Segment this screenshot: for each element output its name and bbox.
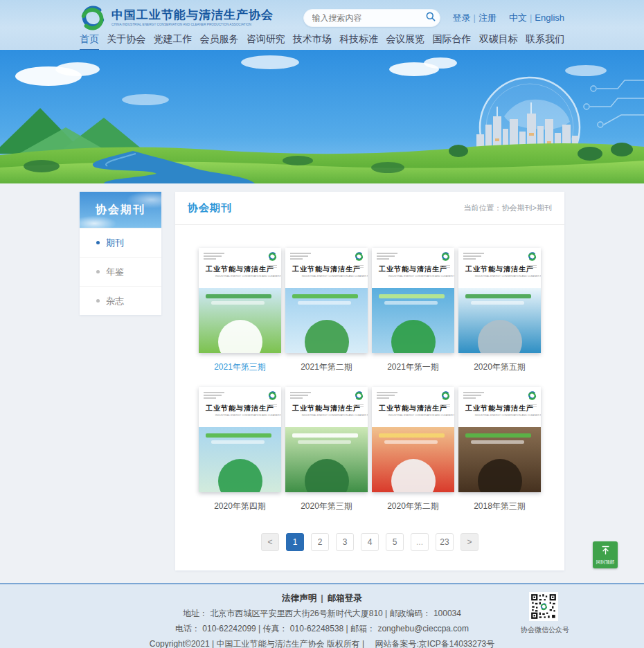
cover-banner-bar xyxy=(379,294,445,298)
nav-item-dual-carbon[interactable]: 双碳目标 xyxy=(479,33,518,51)
nav-item-contact[interactable]: 联系我们 xyxy=(526,33,564,51)
pagination-prev[interactable]: < xyxy=(261,533,279,551)
pagination-page-5[interactable]: 5 xyxy=(386,533,404,551)
arrow-up-icon xyxy=(600,545,611,558)
cover-banner-bar xyxy=(292,433,358,438)
search-button[interactable] xyxy=(422,9,440,27)
journal-cover-card[interactable]: 工业节能与清洁生产 INDUSTRIAL ENERGY CONSERVATION… xyxy=(372,387,454,492)
bullet-dot-icon xyxy=(96,270,100,273)
cover-banner-bar xyxy=(471,440,524,444)
association-logo-icon xyxy=(80,5,106,31)
pagination-page-2[interactable]: 2 xyxy=(311,533,329,551)
cover-accent-shape xyxy=(305,459,349,492)
back-to-top-button[interactable]: 回到顶部 xyxy=(593,541,618,568)
footer-link-mail-login[interactable]: 邮箱登录 xyxy=(328,593,362,603)
separator: | xyxy=(530,12,532,23)
pagination: < 1 2 3 4 5 ... 23 > xyxy=(175,512,564,570)
journal-item: 工业节能与清洁生产 INDUSTRIAL ENERGY CONSERVATION… xyxy=(285,248,368,373)
journal-cover-caption[interactable]: 2021年第一期 xyxy=(372,361,454,373)
site-footer: 法律声明|邮箱登录 地址： 北京市西城区平安里西大街26号新时代大厦810 | … xyxy=(0,583,644,648)
cover-logo-icon xyxy=(267,251,277,268)
nav-item-home[interactable]: 首页 xyxy=(80,33,99,51)
back-to-top-label: 回到顶部 xyxy=(596,559,615,566)
register-link[interactable]: 注册 xyxy=(478,12,497,23)
journal-item: 工业节能与清洁生产 INDUSTRIAL ENERGY CONSERVATION… xyxy=(372,248,454,373)
login-link[interactable]: 登录 xyxy=(453,12,471,23)
sidebar-item-label: 杂志 xyxy=(106,295,124,307)
journal-cover-caption[interactable]: 2020年第三期 xyxy=(285,501,368,512)
cover-accent-shape xyxy=(391,459,436,492)
journal-cover-caption[interactable]: 2020年第五期 xyxy=(458,361,541,373)
pagination-page-23[interactable]: 23 xyxy=(436,533,454,551)
pagination-page-4[interactable]: 4 xyxy=(361,533,379,551)
cover-meta-lines xyxy=(377,392,397,400)
cover-banner-bar xyxy=(211,301,265,305)
cover-meta-lines xyxy=(204,253,224,261)
journal-cover-card[interactable]: 工业节能与清洁生产 INDUSTRIAL ENERGY CONSERVATION… xyxy=(458,248,541,353)
nav-item-membership[interactable]: 会员服务 xyxy=(200,33,239,51)
sidebar-item-magazine[interactable]: 杂志 xyxy=(80,286,161,315)
journal-cover-caption[interactable]: 2020年第二期 xyxy=(372,501,454,512)
lang-en-link[interactable]: English xyxy=(535,12,564,23)
cover-illustration xyxy=(199,288,281,353)
cover-subtitle: INDUSTRIAL ENERGY CONSERVATION AND CLEAN… xyxy=(388,414,438,417)
cover-illustration xyxy=(285,427,368,492)
cover-banner-bar xyxy=(206,294,271,298)
cover-meta-lines xyxy=(463,253,484,261)
lang-zh-link[interactable]: 中文 xyxy=(509,12,527,23)
wechat-qr-block: 协会微信公众号 xyxy=(521,592,566,635)
journal-cover-caption[interactable]: 2020年第四期 xyxy=(199,501,281,512)
cover-illustration xyxy=(285,288,368,353)
journal-item: 工业节能与清洁生产 INDUSTRIAL ENERGY CONSERVATION… xyxy=(458,248,541,373)
nav-item-party-building[interactable]: 党建工作 xyxy=(153,33,192,51)
cover-banner-bar xyxy=(292,294,358,298)
journal-cover-caption[interactable]: 2021年第三期 xyxy=(199,361,281,373)
cover-banner-bar xyxy=(465,433,531,438)
journal-cover-card[interactable]: 工业节能与清洁生产 INDUSTRIAL ENERGY CONSERVATION… xyxy=(285,248,368,353)
pagination-page-1[interactable]: 1 xyxy=(286,533,304,551)
nav-item-conferences[interactable]: 会议展览 xyxy=(386,33,424,51)
journal-cover-card[interactable]: 工业节能与清洁生产 INDUSTRIAL ENERGY CONSERVATION… xyxy=(458,387,541,492)
panel-header: 协会期刊 当前位置：协会期刊>期刊 xyxy=(175,192,564,225)
search-icon xyxy=(425,11,436,24)
journal-cover-card[interactable]: 工业节能与清洁生产 INDUSTRIAL ENERGY CONSERVATION… xyxy=(285,387,368,492)
journal-cover-card[interactable]: 工业节能与清洁生产 INDUSTRIAL ENERGY CONSERVATION… xyxy=(199,387,281,492)
sidebar-item-label: 年鉴 xyxy=(106,266,124,278)
pagination-page-3[interactable]: 3 xyxy=(336,533,354,551)
cover-illustration xyxy=(372,427,454,492)
page-title: 协会期刊 xyxy=(188,201,232,215)
footer-link-legal[interactable]: 法律声明 xyxy=(282,593,316,603)
journal-item: 工业节能与清洁生产 INDUSTRIAL ENERGY CONSERVATION… xyxy=(285,387,368,512)
pagination-next[interactable]: > xyxy=(460,533,478,551)
cover-logo-icon xyxy=(440,251,450,268)
nav-item-consulting[interactable]: 咨询研究 xyxy=(247,33,285,51)
cover-meta-lines xyxy=(290,392,311,400)
journal-item: 工业节能与清洁生产 INDUSTRIAL ENERGY CONSERVATION… xyxy=(199,387,281,512)
language-switcher: 中文|English xyxy=(509,12,564,24)
main-panel: 协会期刊 当前位置：协会期刊>期刊 工业节能与清洁生产 xyxy=(175,192,564,570)
cover-illustration xyxy=(458,427,541,492)
search-input[interactable] xyxy=(304,13,422,23)
page: 中国工业节能与清洁生产协会 CHINA INDUSTRIAL ENERGY CO… xyxy=(0,0,644,648)
sidebar-item-yearbook[interactable]: 年鉴 xyxy=(80,257,161,286)
hero-banner xyxy=(0,50,644,183)
journal-cover-card[interactable]: 工业节能与清洁生产 INDUSTRIAL ENERGY CONSERVATION… xyxy=(372,248,454,353)
cover-subtitle: INDUSTRIAL ENERGY CONSERVATION AND CLEAN… xyxy=(388,275,438,278)
nav-item-tech-standards[interactable]: 科技标准 xyxy=(339,33,378,51)
pagination-ellipsis: ... xyxy=(411,533,429,551)
journal-cover-caption[interactable]: 2021年第二期 xyxy=(285,361,368,373)
cover-accent-shape xyxy=(478,459,522,492)
cover-illustration xyxy=(199,427,281,492)
journal-cover-caption[interactable]: 2018年第三期 xyxy=(458,501,541,512)
breadcrumb: 当前位置：协会期刊>期刊 xyxy=(464,203,552,213)
separator: | xyxy=(474,12,476,23)
cover-logo-icon xyxy=(527,390,537,407)
nav-item-international[interactable]: 国际合作 xyxy=(433,33,472,51)
sidebar-item-journal[interactable]: 期刊 xyxy=(80,228,161,257)
nav-item-about[interactable]: 关于协会 xyxy=(107,33,145,51)
nav-item-tech-market[interactable]: 技术市场 xyxy=(293,33,332,51)
journal-cover-card[interactable]: 工业节能与清洁生产 INDUSTRIAL ENERGY CONSERVATION… xyxy=(199,248,281,353)
cover-accent-shape xyxy=(218,459,262,492)
cover-accent-shape xyxy=(478,320,522,353)
journal-covers-grid: 工业节能与清洁生产 INDUSTRIAL ENERGY CONSERVATION… xyxy=(175,225,564,512)
